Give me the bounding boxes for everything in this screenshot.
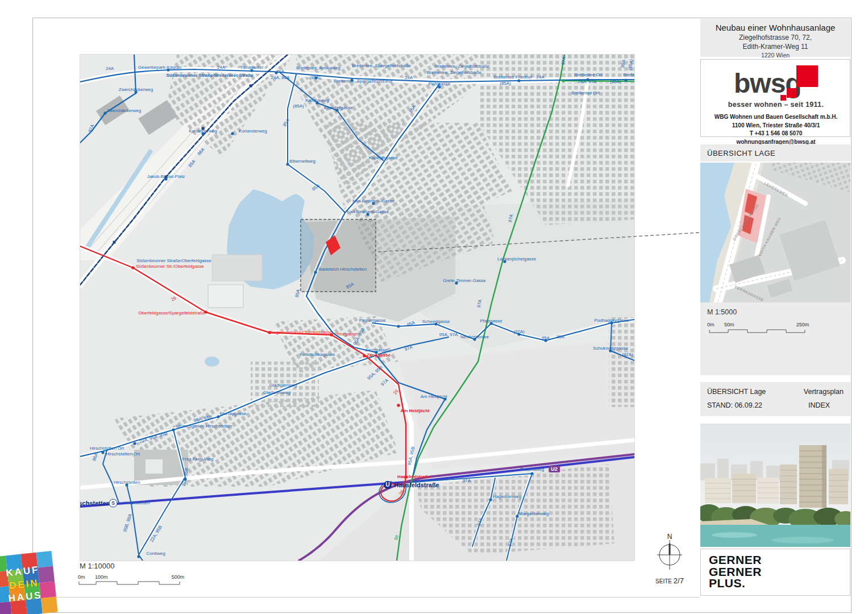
map-label: 97A bbox=[477, 517, 483, 526]
map-label: 95A, 97A bbox=[439, 333, 458, 337]
map-label: Kalmusweg bbox=[305, 98, 329, 103]
map-label: (97A) bbox=[513, 330, 525, 334]
gerner-logo-box: GERNER GERNER PLUS. bbox=[700, 549, 850, 596]
map-label: (85A) bbox=[309, 76, 321, 80]
map-label: Badeteich Hirschstetten bbox=[319, 267, 367, 272]
map-labels-layer: 24AGewerbepark-Kagran24ATierquartier86AB… bbox=[80, 55, 634, 561]
map-label: Korianderweg bbox=[189, 129, 217, 134]
map-label: 22A, 95B bbox=[149, 525, 163, 543]
plan-info-title: ÜBERSICHT Lage bbox=[707, 388, 804, 396]
map-label: 85A bbox=[346, 282, 355, 290]
map-label: Ziegelhofstraße/Oberfeldgasse bbox=[269, 330, 332, 335]
detail-map: ZIEGELHOFSTRASSE LEHERBWEG EDITH-KRAMER-… bbox=[700, 163, 850, 302]
gerner-logo-line: GERNER bbox=[709, 566, 850, 578]
map-label: Breitenlee, Ziegelhofstraße bbox=[427, 70, 481, 75]
map-label: (85A) bbox=[628, 59, 634, 71]
map-label: (97A) bbox=[622, 352, 633, 357]
title-block: Neubau einer Wohnhausanlage Ziegelhofstr… bbox=[700, 19, 850, 57]
map-label: 26 bbox=[171, 296, 177, 302]
map-label: 24A bbox=[405, 76, 413, 80]
map-label: Korianderweg bbox=[239, 129, 267, 134]
map-label: Prinzgasse bbox=[334, 332, 357, 337]
map-label: 24A bbox=[106, 67, 114, 71]
map-label: Hirschstetten bbox=[114, 480, 140, 485]
map-label: 97A bbox=[477, 299, 483, 308]
bwsg-logo-square-icon bbox=[787, 88, 796, 98]
project-rendering-image bbox=[700, 424, 850, 547]
map-label: Breitenlee, Ziegelhofstraße bbox=[435, 64, 489, 69]
map-label: 24A, 97A bbox=[578, 80, 597, 84]
bwsg-tagline: besser wohnen – seit 1911. bbox=[701, 101, 851, 109]
map-label: Zanggasse bbox=[367, 353, 391, 358]
map-label: 95A, 95B bbox=[193, 415, 213, 424]
map-label: Podhagskygasse bbox=[595, 318, 629, 323]
bwsg-logo-box: bwsg besser wohnen – seit 1911. WBG Wohn… bbox=[700, 59, 850, 137]
map-label: Margeritenweg bbox=[519, 512, 549, 516]
map-label: 22A, 95A, 95B bbox=[139, 431, 168, 445]
map-label: Gewerbepark-Kagran bbox=[138, 65, 181, 70]
map-label: Pichlgasse bbox=[429, 82, 451, 86]
map-label: Blumengärten Hirschstetten bbox=[176, 424, 232, 429]
map-label: Grete-Zimmer-Gasse bbox=[443, 279, 486, 283]
plan-date: STAND: 06.09.22 bbox=[707, 401, 808, 409]
map-label: schstetten bbox=[80, 500, 110, 507]
map-label: Süßenbrunner Straße/Oberfeldgasse bbox=[136, 259, 211, 263]
map-label: 85A bbox=[283, 118, 290, 127]
map-label: 89A bbox=[621, 59, 626, 68]
map-label: Zanggasse bbox=[365, 348, 388, 352]
map-label: Gladiolenweg bbox=[263, 391, 290, 395]
map-label: Lackenjöchelgasse bbox=[497, 257, 536, 262]
footer-divider bbox=[32, 597, 700, 598]
map-label: (85A) bbox=[293, 104, 304, 109]
svg-text:N: N bbox=[667, 533, 672, 541]
map-label: Resedaweg bbox=[520, 467, 544, 472]
main-map: 24AGewerbepark-Kagran24ATierquartier86AB… bbox=[80, 54, 635, 561]
map-label: 85A bbox=[556, 335, 564, 339]
map-label: 24A bbox=[217, 65, 225, 70]
map-label: Hausfeldstraße bbox=[394, 482, 439, 488]
map-label: Hirschstetten Ort bbox=[90, 446, 124, 451]
plan-type: Vertragsplan bbox=[804, 388, 844, 396]
map-label: Breitenlee, Spargelfeldstraße bbox=[352, 64, 411, 68]
map-label: 26 bbox=[393, 389, 400, 396]
north-compass-icon: N bbox=[653, 532, 687, 573]
project-address-2: Edith-Kramer-Weg 11 bbox=[700, 43, 850, 51]
bwsg-address: 1100 Wien, Triester Straße 40/3/1 bbox=[701, 122, 851, 130]
map-label: Neubreitenlee bbox=[460, 335, 489, 339]
svg-text:250m: 250m bbox=[796, 322, 809, 327]
map-label: Oberfeldgasse/Spargelfeldstraße bbox=[138, 311, 205, 316]
detail-scale-label: M 1:5000 bbox=[707, 308, 850, 316]
svg-text:0m: 0m bbox=[707, 322, 715, 327]
map-label: Breitenlee Ort bbox=[574, 73, 602, 77]
map-label: 86A bbox=[276, 69, 284, 74]
map-label: (85A) bbox=[610, 80, 621, 84]
page-number: SEITE 2/7 bbox=[647, 576, 692, 585]
map-scale-bar: 0m 100m 500m bbox=[77, 573, 196, 590]
map-label: 97A bbox=[508, 538, 514, 547]
map-label: Kapellergasse bbox=[369, 156, 398, 160]
sbahn-station-icon: S bbox=[109, 499, 118, 508]
map-label: Karl-Bednarik-Gasse bbox=[347, 210, 389, 214]
map-label: Contiweg bbox=[146, 551, 165, 556]
map-label: 97A bbox=[404, 345, 413, 352]
map-label: 85A bbox=[312, 184, 321, 192]
kaufdeinhaus-text: KAUF DEIN HAUS bbox=[0, 551, 58, 614]
project-title: Neubau einer Wohnhausanlage bbox=[700, 23, 850, 32]
bwsg-logo-square-icon bbox=[796, 65, 818, 87]
map-label: 26 bbox=[398, 489, 405, 496]
map-label: 97A bbox=[508, 214, 514, 223]
map-label: 95B, 98A bbox=[123, 513, 133, 533]
map-label: Zwerchäckerweg bbox=[107, 109, 141, 113]
bwsg-company: WBG Wohnen und Bauen Gesellschaft m.b.H. bbox=[701, 113, 851, 122]
bwsg-contact: WBG Wohnen und Bauen Gesellschaft m.b.H.… bbox=[701, 113, 851, 146]
overview-section-header: ÜBERSICHT LAGE bbox=[700, 144, 850, 161]
map-label: 95A, 95B bbox=[353, 327, 366, 346]
plan-info-block: ÜBERSICHT Lage Vertragsplan STAND: 06.09… bbox=[700, 382, 850, 416]
map-label: Hirschstetten Ort bbox=[106, 452, 140, 457]
map-label: Kapellergasse bbox=[324, 106, 353, 110]
map-label: Breitenlee, Arnikaweg bbox=[296, 66, 340, 70]
map-label: Pfalzgasse bbox=[480, 319, 502, 323]
project-address-1: Ziegelhofstrasse 70, 72, bbox=[700, 34, 850, 42]
map-label: Am Heidjöchl bbox=[400, 409, 429, 413]
svg-text:100m: 100m bbox=[95, 574, 108, 580]
